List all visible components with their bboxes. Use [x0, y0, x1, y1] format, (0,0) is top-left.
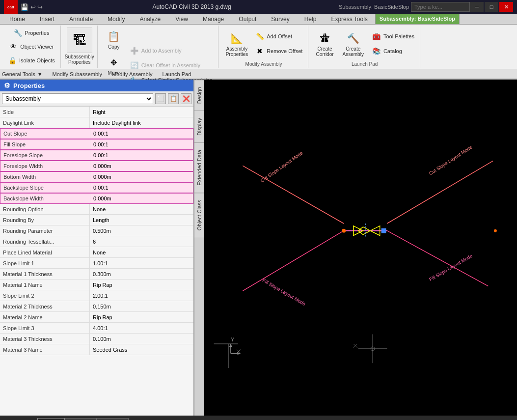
table-row[interactable]: Material 2 Thickness0.150m: [0, 301, 193, 312]
tool-palettes-label: Tool Palettes: [383, 33, 414, 39]
search-input[interactable]: [411, 2, 470, 12]
side-tab-object-class[interactable]: Object Class: [194, 193, 204, 237]
tab-home[interactable]: Home: [2, 14, 32, 24]
svg-rect-23: [381, 228, 386, 233]
bottom-tab-bar: |◀ ◀ ▶ ▶| Model Layout1 Layout2: [0, 416, 517, 420]
tab-layout2[interactable]: Layout2: [97, 418, 129, 420]
tab-modify[interactable]: Modify: [100, 14, 132, 24]
modify-assembly-content: 📐 AssemblyProperties 📏 Add Offset ✖ Remo…: [222, 27, 305, 60]
tab-manage[interactable]: Manage: [195, 14, 231, 24]
tab-view[interactable]: View: [168, 14, 195, 24]
table-row[interactable]: Place Lined MaterialNone: [0, 247, 193, 258]
table-row[interactable]: Slope Limit 11.00:1: [0, 258, 193, 269]
table-row[interactable]: Material 1 NameRip Rap: [0, 280, 193, 290]
tab-insert[interactable]: Insert: [32, 14, 62, 24]
prop-name-cell: Material 1 Thickness: [0, 269, 89, 279]
add-to-assembly-button[interactable]: ➕ Add to Assembly: [127, 44, 215, 57]
object-viewer-icon: 👁: [8, 42, 18, 52]
catalog-button[interactable]: 📚 Catalog: [369, 45, 417, 57]
ribbon-group-properties-content: 🔧 Properties 👁 Object Viewer 🔒 Isolate O…: [5, 27, 57, 67]
table-row[interactable]: Material 3 Thickness0.100m: [0, 334, 193, 344]
panel-title-icon: ⚙: [4, 82, 10, 89]
ribbon-group-subassembly-props: 🏗 SubassemblyProperties: [62, 26, 98, 68]
clear-offset-button[interactable]: 🔄 Clear Offset in Assembly: [127, 59, 215, 72]
panel-tool-btn-1[interactable]: ⬜: [155, 93, 166, 104]
table-row[interactable]: Rounding Tessellati...6: [0, 236, 193, 247]
general-tools-label[interactable]: General Tools ▼: [2, 71, 43, 77]
tab-survey[interactable]: Survey: [264, 14, 297, 24]
assembly-properties-button[interactable]: 📐 AssemblyProperties: [222, 28, 252, 59]
ribbon-tab-bar: Home Insert Annotate Modify Analyze View…: [0, 14, 517, 25]
prop-name-cell: Slope Limit 2: [0, 290, 89, 301]
table-row[interactable]: Material 2 NameRip Rap: [0, 312, 193, 323]
prop-value-cell: 0.150m: [89, 301, 193, 311]
tab-help[interactable]: Help: [297, 14, 324, 24]
side-tab-extended-data[interactable]: Extended Data: [194, 142, 204, 193]
table-row[interactable]: Foreslope Slope0.00:1: [0, 150, 193, 161]
tab-layout1[interactable]: Layout1: [65, 418, 97, 420]
table-row[interactable]: Rounding OptionNone: [0, 204, 193, 215]
tab-subassembly[interactable]: Subassembly: BasicSideSlop: [375, 14, 460, 24]
minimize-button[interactable]: ─: [470, 2, 484, 12]
prop-value-cell: 0.00:1: [90, 140, 193, 149]
table-row[interactable]: Foreslope Width0.000m: [0, 161, 193, 171]
table-row[interactable]: Backslope Slope0.00:1: [0, 182, 193, 193]
table-row[interactable]: SideRight: [0, 107, 193, 117]
tab-model[interactable]: Model: [37, 418, 65, 420]
table-row[interactable]: Material 1 Thickness0.300m: [0, 269, 193, 280]
ribbon-group-launch-pad: 🛣 CreateCorridor 🔨 CreateAssembly 🧰 Tool…: [309, 26, 420, 68]
table-row[interactable]: Slope Limit 22.00:1: [0, 290, 193, 301]
table-row[interactable]: Backslope Width0.000m: [0, 193, 193, 204]
properties-button[interactable]: 🔧 Properties: [10, 27, 52, 39]
svg-point-24: [342, 229, 346, 233]
copy-button[interactable]: 📋 Copy: [102, 27, 126, 52]
property-type-dropdown[interactable]: Subassembly: [2, 93, 153, 104]
prop-value-cell: Right: [89, 107, 193, 117]
side-tab-design[interactable]: Design: [194, 80, 204, 111]
table-row[interactable]: Slope Limit 34.00:1: [0, 323, 193, 334]
prop-value-cell: 0.00:1: [90, 150, 193, 160]
table-row[interactable]: Daylight LinkInclude Daylight link: [0, 117, 193, 128]
prop-value-cell: 6: [89, 236, 193, 247]
side-tabs-panel: Design Display Extended Data Object Clas…: [194, 80, 204, 416]
subassembly-title: Subassembly: BasicSideSlop: [339, 4, 409, 10]
table-row[interactable]: Rounding ByLength: [0, 215, 193, 225]
panel-tool-btn-2[interactable]: 📋: [168, 93, 179, 104]
ribbon-group-properties: 🔧 Properties 👁 Object Viewer 🔒 Isolate O…: [2, 26, 61, 68]
drawing-canvas[interactable]: Y Cut Slope Layout Mode Cut Slope Layout…: [204, 80, 517, 416]
add-offset-button[interactable]: 📏 Add Offset: [252, 30, 305, 43]
table-row[interactable]: Cut Slope0.00:1: [0, 128, 193, 139]
tab-annotate[interactable]: Annotate: [62, 14, 100, 24]
canvas-svg: Y Cut Slope Layout Mode Cut Slope Layout…: [204, 80, 517, 416]
tab-output[interactable]: Output: [231, 14, 264, 24]
side-tab-display[interactable]: Display: [194, 111, 204, 142]
table-row[interactable]: Bottom Width0.000m: [0, 171, 193, 182]
title-bar: cad 💾 ↩ ↪ AutoCAD Civil 3D 2013 g.dwg Su…: [0, 0, 517, 14]
prop-value-cell: None: [89, 204, 193, 214]
tab-express-tools[interactable]: Express Tools: [324, 14, 375, 24]
create-assembly-label: CreateAssembly: [343, 46, 364, 57]
panel-tool-btn-3[interactable]: ❌: [181, 93, 191, 104]
close-button[interactable]: ✕: [499, 2, 513, 12]
table-row[interactable]: Fill Slope0.00:1: [0, 139, 193, 150]
tab-analyze[interactable]: Analyze: [132, 14, 168, 24]
create-assembly-button[interactable]: 🔨 CreateAssembly: [339, 28, 367, 59]
prop-name-cell: Material 2 Name: [0, 312, 89, 322]
object-viewer-button[interactable]: 👁 Object Viewer: [6, 40, 56, 53]
clear-offset-label: Clear Offset in Assembly: [141, 62, 200, 68]
tool-palettes-button[interactable]: 🧰 Tool Palettes: [369, 30, 417, 43]
subassembly-properties-button[interactable]: 🏗: [67, 28, 92, 53]
assembly-properties-label: AssemblyProperties: [226, 46, 248, 57]
create-corridor-icon: 🛣: [317, 30, 333, 46]
ribbon-group-modify-assembly: 📐 AssemblyProperties 📏 Add Offset ✖ Remo…: [219, 26, 309, 68]
remove-offset-label: Remove Offset: [267, 48, 302, 54]
tool-palettes-icon: 🧰: [372, 31, 381, 41]
prop-name-cell: Slope Limit 3: [0, 323, 89, 333]
remove-offset-button[interactable]: ✖ Remove Offset: [252, 45, 305, 57]
ribbon: Home Insert Annotate Modify Analyze View…: [0, 14, 517, 80]
table-row[interactable]: Material 3 NameSeeded Grass: [0, 344, 193, 355]
create-corridor-button[interactable]: 🛣 CreateCorridor: [312, 28, 337, 59]
isolate-objects-button[interactable]: 🔒 Isolate Objects: [5, 54, 57, 67]
maximize-button[interactable]: □: [485, 2, 498, 12]
table-row[interactable]: Rounding Parameter0.500m: [0, 225, 193, 236]
